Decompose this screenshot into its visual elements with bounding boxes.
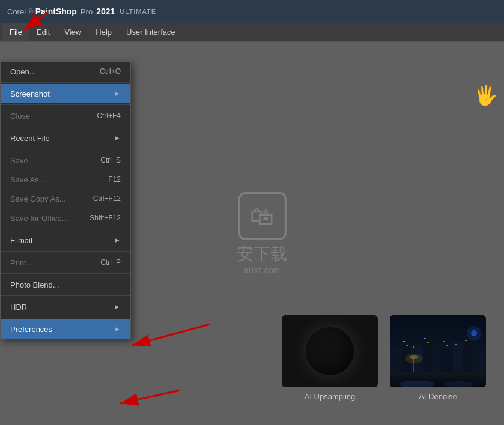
card-ai-upsampling: AI Upsampling bbox=[282, 315, 378, 401]
svg-rect-14 bbox=[406, 345, 408, 346]
menu-item-open-shortcut: Ctrl+O bbox=[100, 67, 121, 76]
svg-rect-17 bbox=[427, 342, 429, 343]
menu-item-hdr[interactable]: HDR ► bbox=[1, 297, 130, 316]
separator-3 bbox=[1, 127, 130, 127]
menu-item-save-as-label: Save As... bbox=[10, 175, 46, 184]
separator-5 bbox=[1, 229, 130, 229]
svg-point-26 bbox=[467, 326, 481, 340]
svg-point-24 bbox=[405, 354, 423, 363]
menu-item-close-label: Close bbox=[10, 112, 30, 121]
hand-cursor-icon: 🖐 bbox=[474, 84, 498, 107]
svg-rect-19 bbox=[446, 345, 448, 346]
brand-ultimate: ULTIMATE bbox=[120, 8, 156, 15]
menu-item-screenshot[interactable]: Screenshot ► bbox=[1, 84, 130, 103]
menu-item-save-as: Save As... F12 bbox=[1, 170, 130, 189]
menu-item-photo-blend[interactable]: Photo Blend... bbox=[1, 275, 130, 294]
menu-bar: File Edit View Help User Interface bbox=[0, 23, 504, 42]
menu-item-open[interactable]: Open... Ctrl+O bbox=[1, 62, 130, 81]
separator-8 bbox=[1, 295, 130, 296]
menu-item-print-shortcut: Ctrl+P bbox=[100, 258, 121, 267]
menu-item-save: Save Ctrl+S bbox=[1, 151, 130, 170]
preferences-arrow-icon: ► bbox=[114, 325, 121, 333]
separator-6 bbox=[1, 251, 130, 252]
cards-area: AI Upsampling bbox=[282, 315, 486, 401]
menu-item-recent-file[interactable]: Recent File ► bbox=[1, 128, 130, 148]
moon-circle bbox=[306, 327, 354, 375]
menu-item-close-shortcut: Ctrl+F4 bbox=[97, 112, 121, 120]
watermark: 🛍 安下载 anxz.com bbox=[237, 192, 287, 275]
menu-item-save-copy-as-label: Save Copy As... bbox=[10, 194, 66, 203]
ai-denoise-label: AI Denoise bbox=[419, 392, 457, 401]
menu-help[interactable]: Help bbox=[88, 23, 119, 41]
menu-item-save-for-office: Save for Office... Shift+F12 bbox=[1, 208, 130, 228]
svg-rect-13 bbox=[403, 341, 405, 342]
brand-corel: Corel bbox=[7, 7, 26, 16]
menu-item-save-label: Save bbox=[10, 156, 28, 165]
menu-item-photo-blend-label: Photo Blend... bbox=[10, 280, 59, 289]
separator-9 bbox=[1, 318, 130, 318]
menu-item-preferences[interactable]: Preferences ► bbox=[1, 319, 130, 339]
city-svg bbox=[390, 315, 486, 387]
separator-7 bbox=[1, 273, 130, 274]
separator-4 bbox=[1, 149, 130, 149]
menu-file[interactable]: File bbox=[2, 23, 29, 41]
menu-item-open-label: Open... bbox=[10, 67, 36, 76]
menu-item-save-for-office-shortcut: Shift+F12 bbox=[90, 214, 121, 222]
menu-edit[interactable]: Edit bbox=[29, 23, 57, 41]
separator-1 bbox=[1, 82, 130, 83]
card-ai-denoise: AI Denoise bbox=[390, 315, 486, 401]
screenshot-arrow-icon: ► bbox=[114, 89, 121, 98]
brand-year: 2021 bbox=[96, 7, 115, 16]
menu-item-save-as-shortcut: F12 bbox=[108, 175, 121, 184]
app-brand: Corel ® PaintShop Pro 2021 ULTIMATE bbox=[7, 7, 156, 16]
watermark-icon: 🛍 bbox=[238, 192, 286, 240]
svg-point-12 bbox=[444, 381, 474, 387]
menu-item-email-label: E-mail bbox=[10, 236, 32, 245]
menu-item-save-copy-as: Save Copy As... Ctrl+F12 bbox=[1, 189, 130, 208]
svg-rect-21 bbox=[465, 340, 467, 341]
main-content: 🛍 安下载 anxz.com 🖐 AI Upsampling bbox=[0, 42, 504, 425]
title-bar: Corel ® PaintShop Pro 2021 ULTIMATE bbox=[0, 0, 504, 23]
recent-file-arrow-icon: ► bbox=[114, 134, 121, 142]
ai-upsampling-thumbnail bbox=[282, 315, 378, 387]
menu-item-preferences-label: Preferences bbox=[10, 325, 52, 334]
svg-rect-15 bbox=[413, 346, 414, 348]
file-dropdown-menu: Open... Ctrl+O Screenshot ► Close Ctrl+F… bbox=[0, 61, 131, 339]
menu-item-print: Print... Ctrl+P bbox=[1, 253, 130, 272]
menu-item-print-label: Print... bbox=[10, 258, 33, 267]
svg-rect-18 bbox=[443, 341, 445, 342]
menu-item-screenshot-label: Screenshot bbox=[10, 89, 50, 98]
svg-rect-16 bbox=[424, 338, 426, 339]
hdr-arrow-icon: ► bbox=[114, 303, 121, 311]
menu-item-save-copy-as-shortcut: Ctrl+F12 bbox=[93, 194, 121, 203]
ai-upsampling-label: AI Upsampling bbox=[305, 392, 356, 401]
menu-user-interface[interactable]: User Interface bbox=[119, 23, 183, 41]
menu-view[interactable]: View bbox=[57, 23, 88, 41]
menu-item-close: Close Ctrl+F4 bbox=[1, 106, 130, 125]
menu-item-save-for-office-label: Save for Office... bbox=[10, 214, 68, 223]
watermark-sub: anxz.com bbox=[244, 265, 280, 275]
email-arrow-icon: ► bbox=[114, 236, 121, 244]
ai-denoise-thumbnail bbox=[390, 315, 486, 387]
menu-item-recent-file-label: Recent File bbox=[10, 134, 50, 143]
svg-rect-20 bbox=[455, 344, 457, 345]
watermark-text: 安下载 bbox=[237, 243, 287, 265]
menu-item-hdr-label: HDR bbox=[10, 303, 27, 312]
brand-pro: Pro bbox=[80, 7, 93, 16]
brand-paintshop: PaintShop bbox=[35, 7, 77, 16]
menu-item-email[interactable]: E-mail ► bbox=[1, 231, 130, 250]
separator-2 bbox=[1, 104, 130, 105]
menu-item-save-shortcut: Ctrl+S bbox=[100, 156, 121, 164]
